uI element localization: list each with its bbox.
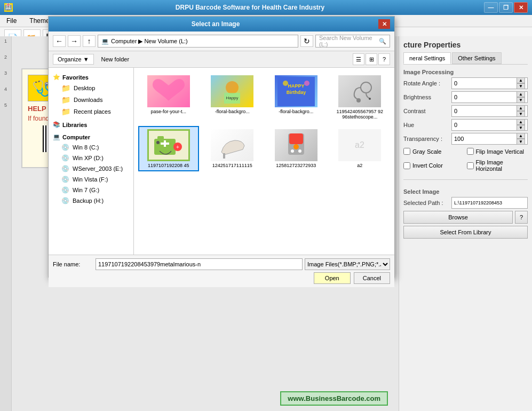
rotate-label: Rotate Angle :: [403, 80, 451, 86]
thumb-steth: [338, 75, 381, 107]
transparency-down[interactable]: ▼: [517, 139, 525, 145]
invert-color-row: Invert Color: [403, 159, 465, 172]
drive-h-icon: 💿: [61, 197, 69, 204]
drive-e[interactable]: 💿 WServer_2003 (E:): [49, 163, 133, 174]
view-grid-button[interactable]: ⊞: [366, 53, 377, 65]
rotate-up[interactable]: ▲: [517, 77, 525, 83]
browse-row: Browse ?: [403, 211, 528, 224]
drive-d-icon: 💿: [61, 154, 69, 162]
file-item-a2[interactable]: a2 a2: [330, 126, 391, 171]
svg-point-22: [291, 149, 294, 153]
brightness-down[interactable]: ▼: [517, 97, 525, 103]
downloads-label: Downloads: [74, 97, 102, 103]
drive-d-label: Win XP (D:): [73, 155, 104, 161]
svg-text:Happy: Happy: [226, 96, 239, 100]
recent-icon: 📁: [61, 107, 70, 116]
svg-rect-18: [223, 153, 225, 159]
contrast-down[interactable]: ▼: [517, 111, 525, 117]
hue-input[interactable]: 0 ▲ ▼: [451, 119, 528, 131]
image-processing-title: Image Processing: [403, 69, 528, 75]
file-item-medkit[interactable]: + 1197107192208 45: [138, 126, 199, 171]
cancel-button[interactable]: Cancel: [354, 272, 390, 284]
nav-forward[interactable]: →: [68, 35, 81, 47]
file-item-heart[interactable]: pase-for-your-t...: [138, 72, 199, 123]
help-button[interactable]: ?: [515, 211, 528, 224]
file-name-medkit: 1197107192208 45: [148, 163, 189, 168]
view-help-button[interactable]: ?: [378, 53, 390, 65]
file-item-pills[interactable]: 125812723272933: [266, 126, 327, 171]
browse-button[interactable]: Browse: [403, 211, 513, 224]
drive-e-icon: 💿: [61, 165, 69, 172]
file-item-steth[interactable]: 119542405567957 9296stethoscope...: [330, 72, 391, 123]
maximize-button[interactable]: ❐: [499, 2, 513, 13]
rotate-row: Rotate Angle : 0 ▲ ▼: [403, 77, 528, 89]
flip-vertical-row: Flip Image Vertical: [467, 148, 528, 155]
transparency-input[interactable]: 100 ▲ ▼: [451, 133, 528, 145]
tab-general[interactable]: neral Settings: [403, 52, 451, 64]
favorites-star-icon: ⭐: [53, 74, 60, 81]
hue-label: Hue: [403, 122, 451, 128]
nav-refresh[interactable]: ↻: [300, 35, 313, 47]
sidebar-recent[interactable]: 📁 Recent places: [49, 106, 133, 117]
sidebar-downloads[interactable]: 📁 Downloads: [49, 94, 133, 106]
file-name-pills: 125812723272933: [276, 163, 316, 168]
transparency-label: Transparency :: [403, 136, 451, 142]
minimize-button[interactable]: —: [484, 2, 498, 13]
flip-horizontal-checkbox[interactable]: [467, 162, 474, 169]
select-from-library-button[interactable]: Select From Library: [403, 226, 528, 239]
menu-file[interactable]: File: [2, 16, 21, 26]
flip-vertical-checkbox[interactable]: [467, 148, 474, 155]
brightness-row: Brightness 0 ▲ ▼: [403, 91, 528, 103]
gray-scale-checkbox[interactable]: [403, 148, 410, 155]
gray-scale-row: Gray Scale: [403, 148, 465, 155]
brightness-label: Brightness: [403, 94, 451, 100]
breadcrumb[interactable]: 💻 Computer ▶ New Volume (L:): [98, 35, 298, 48]
drive-g-icon: 💿: [61, 186, 69, 194]
thumb-heart: [147, 75, 190, 107]
tab-other[interactable]: Other Settings: [452, 52, 501, 64]
drive-d[interactable]: 💿 Win XP (D:): [49, 153, 133, 163]
contrast-up[interactable]: ▲: [517, 105, 525, 111]
svg-rect-20: [289, 133, 303, 144]
file-item-birthday[interactable]: Happy -floral-backgro...: [202, 72, 263, 123]
file-name-field[interactable]: [96, 258, 303, 270]
file-type-select[interactable]: Image Files(*.BMP;*.PNG;*.JPG;: [305, 258, 390, 270]
hue-down[interactable]: ▼: [517, 125, 525, 131]
file-item-heel[interactable]: 124251717111115: [202, 126, 263, 171]
drive-f[interactable]: 💿 Win Vista (F:): [49, 174, 133, 185]
sidebar-desktop[interactable]: 📁 Desktop: [49, 82, 133, 94]
file-item-happy[interactable]: HAPPY Birthday -floral-backgro...: [266, 72, 327, 123]
nav-back[interactable]: ←: [53, 35, 66, 47]
close-button[interactable]: ✕: [514, 2, 528, 13]
computer-header[interactable]: 💻 Computer: [49, 132, 133, 142]
computer-icon: 💻: [53, 133, 60, 140]
brightness-input[interactable]: 0 ▲ ▼: [451, 91, 528, 103]
drive-h[interactable]: 💿 Backup (H:): [49, 195, 133, 206]
contrast-input[interactable]: 0 ▲ ▼: [451, 105, 528, 117]
dialog-close-button[interactable]: ✕: [378, 19, 390, 29]
libraries-label: Libraries: [62, 122, 87, 128]
flip-horizontal-label: Flip Image Horizontal: [476, 159, 528, 172]
search-box[interactable]: Search New Volume (L:) 🔍: [315, 35, 390, 48]
organize-button[interactable]: Organize ▼: [53, 54, 94, 65]
transparency-up[interactable]: ▲: [517, 133, 525, 139]
title-bar: 🏥 DRPU Barcode Software for Health Care …: [0, 0, 532, 15]
open-button[interactable]: Open: [314, 272, 351, 284]
new-folder-button[interactable]: New folder: [97, 54, 134, 64]
file-name-field-label: File name:: [53, 261, 96, 267]
view-list-button[interactable]: ☰: [353, 53, 364, 65]
hue-up[interactable]: ▲: [517, 119, 525, 125]
libraries-header[interactable]: 📚 Libraries: [49, 120, 133, 130]
favorites-header[interactable]: ⭐ Favorites: [49, 72, 133, 82]
invert-color-checkbox[interactable]: [403, 162, 410, 169]
brightness-up[interactable]: ▲: [517, 91, 525, 97]
rotate-input[interactable]: 0 ▲ ▼: [451, 77, 528, 89]
right-panel: cture Properties neral Settings Other Se…: [399, 36, 532, 411]
search-placeholder: Search New Volume (L:): [319, 35, 377, 48]
drive-c[interactable]: 💿 Win 8 (C:): [49, 142, 133, 153]
rotate-down[interactable]: ▼: [517, 83, 525, 89]
drive-g[interactable]: 💿 Win 7 (G:): [49, 185, 133, 195]
nav-up[interactable]: ↑: [83, 35, 96, 47]
desktop-label: Desktop: [74, 85, 95, 91]
flip-vertical-label: Flip Image Vertical: [476, 148, 524, 155]
